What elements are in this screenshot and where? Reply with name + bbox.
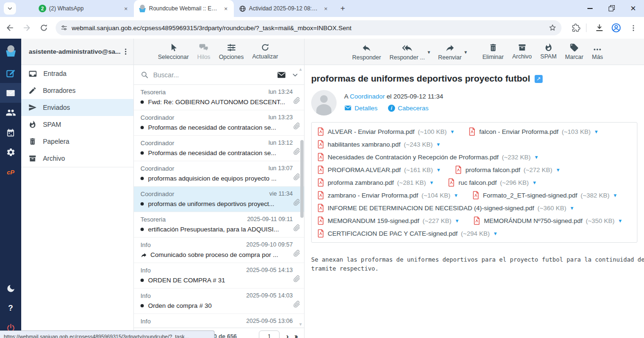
back-button[interactable] [3,21,17,35]
options-button[interactable]: Opciones [215,42,248,61]
attachment-name[interactable]: PROFORMA ALVEAR.pdf [328,166,401,173]
recipient-link[interactable]: Coordinador [350,93,385,100]
tab-close-icon[interactable]: × [322,4,330,13]
attachment-name[interactable]: MEMORÁNDUM Nº750-signed.pdf [484,217,582,224]
site-settings-icon[interactable] [60,24,68,32]
attachment-menu-caret-icon[interactable]: ▼ [436,167,441,173]
new-tab-button[interactable]: + [337,2,349,15]
mark-button[interactable]: Marcar [561,42,588,61]
attachment-item[interactable]: Necesidades de Contratación y Recepción … [317,153,539,161]
folder-archivo[interactable]: Archivo [21,150,133,167]
attachment-name[interactable]: Necesidades de Contratación y Recepción … [328,154,498,161]
message-list-item[interactable]: Coordinador lun 13:23 Proformas de neces… [134,110,304,136]
folder-papelera[interactable]: Papelera [21,133,133,150]
attachment-menu-caret-icon[interactable]: ▼ [429,180,434,185]
folder-borradores[interactable]: Borradores [21,82,133,99]
search-input[interactable]: Buscar... [153,71,277,79]
reply-button[interactable]: Responder [348,42,385,62]
attachment-name[interactable]: INFORME DE DETERMINACION DE NECESIDAD (4… [328,205,534,212]
extensions-icon[interactable] [569,21,583,35]
details-link[interactable]: Detalles [344,104,378,112]
message-list-item[interactable]: Coordinador vie 11:34 proformas de unifo… [134,187,304,212]
attachment-name[interactable]: Formato_2_ET-signed-signed.pdf [483,192,577,199]
tab-roundcube[interactable]: Roundcube Webmail :: Enviados × [134,0,234,17]
attachment-name[interactable]: MEMORANDUM 159-signed.pdf [328,217,419,224]
nav-calendar-icon[interactable] [0,123,21,142]
compose-button[interactable] [0,63,21,83]
more-button[interactable]: Más [587,42,607,61]
last-page-icon[interactable]: ›› [294,332,297,338]
attachment-menu-caret-icon[interactable]: ▼ [618,218,623,223]
reply-all-button[interactable]: Responder ...▼ [385,42,429,62]
account-menu-icon[interactable] [122,48,130,56]
message-list-item[interactable]: Info 2025-09-05 14:13 ORDEN DE COMPRA # … [134,263,304,289]
attachment-item[interactable]: MEMORANDUM 159-signed.pdf (~227 KB) ▼ [317,216,459,225]
attachment-item[interactable]: proforma falcon.pdf (~272 KB) ▼ [455,165,560,174]
attachment-menu-caret-icon[interactable]: ▼ [532,180,537,185]
folder-entrada[interactable]: Entrada [21,65,133,82]
archive-button[interactable]: Archivo [508,42,536,61]
refresh-button[interactable]: Actualizar [248,42,282,61]
attachment-item[interactable]: INFORME DE DETERMINACION DE NECESIDAD (4… [317,204,574,212]
nav-settings-icon[interactable] [0,142,21,162]
message-list-item[interactable]: Tesoreria lun 13:24 Fwd: Re: GOBIERNO AU… [134,85,304,110]
browser-menu-icon[interactable] [626,21,640,35]
forward-caret-icon[interactable]: ▼ [463,50,468,55]
tab-close-icon[interactable]: × [122,4,130,13]
window-minimize-button[interactable] [579,0,601,17]
delete-button[interactable]: Eliminar [478,42,508,61]
message-list-item[interactable]: Coordinador lun 13:12 Proformas de neces… [134,136,304,161]
attachment-item[interactable]: Formato_2_ET-signed-signed.pdf (~382 KB)… [472,191,617,199]
attachment-item[interactable]: falcon - Enviar Proforma.pdf (~103 KB) ▼ [469,127,598,136]
downloads-icon[interactable] [592,21,606,35]
reply-all-caret-icon[interactable]: ▼ [427,50,431,55]
folder-enviados[interactable]: Enviados [21,99,133,116]
window-restore-button[interactable] [601,0,622,17]
search-bar[interactable]: Buscar... [134,65,304,85]
roundcube-logo[interactable] [0,39,21,63]
scope-envelope-icon[interactable] [277,70,286,80]
window-close-button[interactable]: ✕ [622,0,644,17]
attachment-menu-caret-icon[interactable]: ▼ [455,218,460,223]
profile-icon[interactable] [609,21,623,35]
attachment-name[interactable]: proforma falcon.pdf [465,166,520,173]
nav-mail-icon[interactable] [0,83,21,103]
attachment-name[interactable]: ALVEAR - Enviar Proforma.pdf [328,128,414,135]
message-list-item[interactable]: Info 2025-09-05 14:03 Orden de compra # … [134,289,304,314]
spam-button[interactable]: SPAM [536,42,561,61]
folder-spam[interactable]: SPAM [21,116,133,133]
forward-button-mail[interactable]: Reenviar▼ [434,42,466,62]
message-list-item[interactable]: Coordinador lun 13:07 proformas adquisic… [134,161,304,187]
list-scrollbar[interactable] [300,140,304,218]
attachment-name[interactable]: falcon - Enviar Proforma.pdf [479,128,558,135]
open-in-new-window-icon[interactable]: ↗ [535,75,543,83]
attachment-menu-caret-icon[interactable]: ▼ [594,129,599,134]
attachment-item[interactable]: MEMORÁNDUM Nº750-signed.pdf (~350 KB) ▼ [473,216,622,225]
attachment-menu-caret-icon[interactable]: ▼ [570,206,574,211]
scroll-down-icon[interactable]: ▼ [298,322,303,327]
message-list-item[interactable]: Info 2025-09-10 09:57 Comunicado sobre p… [134,238,304,263]
help-icon[interactable]: ? [0,298,21,318]
tab-search-button[interactable] [4,2,16,15]
bookmark-star-icon[interactable] [548,24,557,32]
forward-button[interactable] [20,21,34,35]
attachment-item[interactable]: PROFORMA ALVEAR.pdf (~161 KB) ▼ [317,165,441,174]
select-button[interactable]: Seleccionar [154,42,193,61]
tab-whatsapp[interactable]: 2 (2) WhatsApp × [34,0,134,17]
attachment-menu-caret-icon[interactable]: ▼ [556,167,561,173]
tab-actividad[interactable]: Actividad 2025-09-12 08:00:00 × [234,0,334,17]
message-list-item[interactable]: Tesoreria 2025-09-11 09:11 ertificación … [134,212,304,238]
tab-close-icon[interactable]: × [222,4,230,13]
search-options-caret-icon[interactable] [292,72,298,78]
attachment-item[interactable]: ALVEAR - Enviar Proforma.pdf (~100 KB) ▼ [317,127,454,136]
attachment-item[interactable]: CERTIFICACION DE PAC Y CATE-signed.pdf (… [317,229,498,238]
attachment-name[interactable]: proforma zambrano.pdf [328,179,394,186]
attachment-item[interactable]: habilitantes xambrano.pdf (~243 KB) ▼ [317,140,441,148]
dark-mode-icon[interactable] [0,279,21,298]
attachment-name[interactable]: zambrano - Enviar Proforma.pdf [328,192,418,199]
nav-contacts-icon[interactable] [0,103,21,123]
attachment-name[interactable]: habilitantes xambrano.pdf [328,141,401,148]
page-input[interactable]: 1 [259,330,280,338]
cpanel-icon[interactable]: cP [0,162,21,182]
address-bar[interactable]: webmail.sanjuan.gob.ec/cpsess4895969315/… [56,20,561,35]
